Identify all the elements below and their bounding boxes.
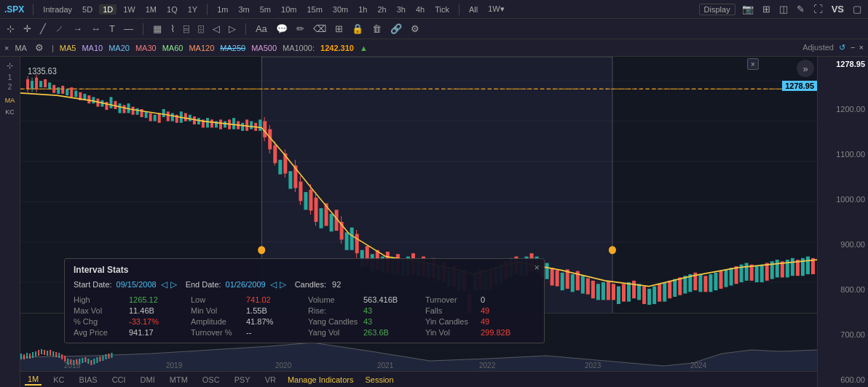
tab-1m[interactable]: 1M [142,4,160,15]
crosshair-tool[interactable]: ✛ [21,23,33,35]
tab-all[interactable]: All [465,4,481,15]
svg-rect-136 [556,270,559,286]
forward-btn[interactable]: ▷ [226,23,238,35]
text-tool[interactable]: T [107,23,117,35]
back-btn[interactable]: ◁ [210,23,222,35]
multi-line-tool[interactable]: ⟋ [52,23,66,35]
ma10-button[interactable]: MA10 [82,44,103,52]
ma5-button[interactable]: MA5 [60,44,76,52]
ray-tool[interactable]: → [71,23,84,35]
ma250-button[interactable]: MA250 [220,44,245,52]
tab-15min[interactable]: 15m [303,4,326,15]
compare-icon[interactable]: ◫ [777,3,790,15]
ma500-button[interactable]: MA500 [251,44,277,52]
lock-tool[interactable]: 🔒 [350,23,366,35]
ma20-button[interactable]: MA20 [108,44,130,52]
collapse-icon[interactable]: − [851,43,855,52]
display-button[interactable]: Display [699,4,735,15]
tab-5d[interactable]: 5D [79,4,96,15]
stat-turnover: Turnover 0 [425,295,535,304]
tab-5min[interactable]: 5m [256,4,275,15]
svg-rect-182 [791,258,794,276]
fullscreen-icon[interactable]: ⛶ [811,3,825,15]
svg-rect-50 [184,113,187,121]
channel-tool[interactable]: ⌸ [181,23,192,35]
svg-rect-17 [39,81,42,87]
adjusted-button[interactable]: Adjusted ↺ − × [802,43,864,52]
svg-rect-219 [82,358,83,363]
draw-tool[interactable]: ✏ [294,23,307,35]
expand-button[interactable]: » [797,60,814,77]
eraser-tool[interactable]: ⌫ [311,23,328,35]
tab-1min[interactable]: 1m [213,4,232,15]
end-date-next[interactable]: ▷ [280,279,286,290]
obj-manager[interactable]: ⊞ [333,23,345,35]
ma-settings-icon[interactable]: ⚙ [33,41,46,54]
cursor-tool[interactable]: ⊹ [4,23,17,35]
tab-1w-alt[interactable]: 1W▾ [484,4,508,15]
link-tool[interactable]: 🔗 [388,23,404,35]
tab-osc[interactable]: OSC [200,375,223,385]
tab-cci[interactable]: CCI [109,375,129,385]
ma-close-button[interactable]: × [4,44,9,52]
gann-tool[interactable]: ⌹ [196,23,206,35]
tab-mtm[interactable]: MTM [167,375,191,385]
camera-icon[interactable]: 📷 [740,3,756,15]
tab-4h[interactable]: 4h [412,4,428,15]
stat-yang-vol: Yang Vol 263.6B [308,328,418,337]
tab-3min[interactable]: 3m [234,4,253,15]
region-close-button[interactable]: × [747,58,759,70]
comment-tool[interactable]: 💬 [274,23,290,35]
line-tool[interactable]: ╱ [38,23,48,35]
tab-30min[interactable]: 30m [329,4,352,15]
measure-tool[interactable]: ↔ [89,23,103,35]
delete-tool[interactable]: 🗑 [370,23,384,35]
start-date-next[interactable]: ▷ [170,279,177,290]
ma120-button[interactable]: MA120 [189,44,214,52]
price-line-tool[interactable]: — [122,23,135,35]
window-icon[interactable]: ▢ [851,3,864,15]
tab-10min[interactable]: 10m [277,4,300,15]
fib-tool[interactable]: ⌇ [168,23,177,35]
manage-indicators-button[interactable]: Manage Indicators [288,375,354,384]
svg-rect-185 [806,257,810,274]
tab-session[interactable]: Session [362,375,396,385]
tab-2h[interactable]: 2h [374,4,390,15]
left-cursor-btn[interactable]: ⊹ [5,60,15,72]
start-date-prev[interactable]: ◁ [161,279,167,290]
tab-1y[interactable]: 1Y [184,4,201,15]
region-tool[interactable]: ▦ [151,23,164,35]
svg-rect-143 [591,281,595,298]
settings-tool[interactable]: ⚙ [409,23,422,35]
svg-rect-23 [66,89,68,95]
undo-icon[interactable]: ↺ [839,43,845,52]
pencil-icon[interactable]: ✎ [794,3,807,15]
ma1000-button[interactable]: MA1000: [283,44,315,52]
tab-3h[interactable]: 3h [393,4,409,15]
left-kc-btn[interactable]: KC [4,107,16,117]
vs-label[interactable]: VS [829,3,846,15]
tab-bias[interactable]: BIAS [76,375,100,385]
tab-dmi[interactable]: DMI [138,375,158,385]
price-1000: 1000.00 [821,195,865,204]
svg-rect-228 [108,354,109,359]
grid-icon[interactable]: ⊞ [760,3,773,15]
ma30-button[interactable]: MA30 [135,44,157,52]
close-adj-icon[interactable]: × [859,43,864,52]
interval-stats-close[interactable]: × [534,262,540,273]
left-ma-btn[interactable]: MA [4,95,17,105]
tab-intraday[interactable]: Intraday [39,4,76,15]
tab-vr[interactable]: VR [262,375,279,385]
tab-kc[interactable]: KC [50,375,67,385]
tab-1h[interactable]: 1h [355,4,371,15]
tab-tick[interactable]: Tick [431,4,453,15]
tab-1w[interactable]: 1W [119,4,139,15]
tab-1m[interactable]: 1M [25,374,42,386]
ma60-button[interactable]: MA60 [162,44,184,52]
chart-area[interactable]: 1335.63 [20,57,817,387]
tab-psy[interactable]: PSY [232,375,253,385]
end-date-prev[interactable]: ◁ [270,279,277,290]
font-tool[interactable]: Aa [253,23,269,35]
tab-1d[interactable]: 1D [99,4,117,15]
tab-1q[interactable]: 1Q [163,4,181,15]
